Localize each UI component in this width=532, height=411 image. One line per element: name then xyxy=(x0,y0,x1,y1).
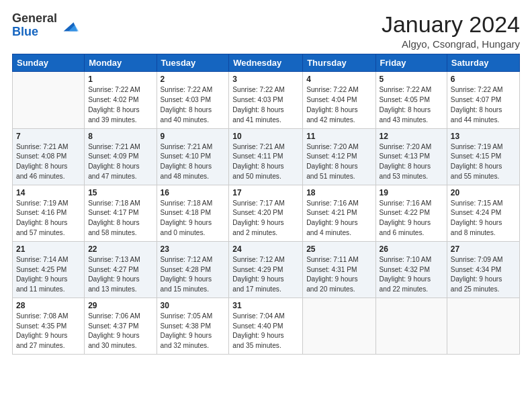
day-number: 9 xyxy=(161,132,226,141)
day-number: 14 xyxy=(16,188,81,197)
calendar-cell-w5-d2: 30Sunrise: 7:05 AMSunset: 4:38 PMDayligh… xyxy=(157,298,229,354)
day-info: Sunrise: 7:20 AMSunset: 4:12 PMDaylight:… xyxy=(306,142,371,182)
calendar-cell-w4-d1: 22Sunrise: 7:13 AMSunset: 4:27 PMDayligh… xyxy=(85,241,157,298)
calendar-cell-w2-d2: 9Sunrise: 7:21 AMSunset: 4:10 PMDaylight… xyxy=(157,128,229,185)
day-number: 19 xyxy=(380,188,443,197)
day-number: 2 xyxy=(161,75,226,84)
day-number: 13 xyxy=(451,132,516,141)
calendar-cell-w5-d6 xyxy=(447,298,519,354)
day-number: 27 xyxy=(451,244,516,254)
month-year-title: January 2024 xyxy=(382,12,520,37)
calendar-cell-w2-d5: 12Sunrise: 7:20 AMSunset: 4:13 PMDayligh… xyxy=(375,128,447,185)
calendar-cell-w3-d4: 18Sunrise: 7:16 AMSunset: 4:21 PMDayligh… xyxy=(303,185,375,241)
day-number: 11 xyxy=(306,132,371,141)
day-info: Sunrise: 7:21 AMSunset: 4:10 PMDaylight:… xyxy=(161,142,226,182)
day-number: 4 xyxy=(306,75,371,84)
day-number: 6 xyxy=(451,75,516,84)
day-number: 31 xyxy=(232,301,299,310)
calendar-cell-w1-d3: 3Sunrise: 7:22 AMSunset: 4:03 PMDaylight… xyxy=(229,72,303,128)
week-row-2: 7Sunrise: 7:21 AMSunset: 4:08 PMDaylight… xyxy=(13,128,520,185)
day-info: Sunrise: 7:11 AMSunset: 4:31 PMDaylight:… xyxy=(306,255,371,295)
day-info: Sunrise: 7:09 AMSunset: 4:34 PMDaylight:… xyxy=(451,255,516,295)
week-row-3: 14Sunrise: 7:19 AMSunset: 4:16 PMDayligh… xyxy=(13,185,520,241)
day-info: Sunrise: 7:21 AMSunset: 4:08 PMDaylight:… xyxy=(16,142,81,182)
day-info: Sunrise: 7:15 AMSunset: 4:24 PMDaylight:… xyxy=(451,199,516,238)
day-info: Sunrise: 7:14 AMSunset: 4:25 PMDaylight:… xyxy=(16,255,81,295)
day-info: Sunrise: 7:18 AMSunset: 4:18 PMDaylight:… xyxy=(161,199,226,238)
logo-general: General xyxy=(12,12,57,26)
calendar-cell-w4-d3: 24Sunrise: 7:12 AMSunset: 4:29 PMDayligh… xyxy=(229,241,303,298)
calendar-cell-w1-d5: 5Sunrise: 7:22 AMSunset: 4:05 PMDaylight… xyxy=(375,72,447,128)
day-info: Sunrise: 7:13 AMSunset: 4:27 PMDaylight:… xyxy=(88,255,152,295)
location-subtitle: Algyo, Csongrad, Hungary xyxy=(382,38,520,50)
calendar-cell-w1-d6: 6Sunrise: 7:22 AMSunset: 4:07 PMDaylight… xyxy=(447,72,519,128)
calendar-cell-w4-d5: 26Sunrise: 7:10 AMSunset: 4:32 PMDayligh… xyxy=(375,241,447,298)
header-friday: Friday xyxy=(375,54,447,72)
day-info: Sunrise: 7:16 AMSunset: 4:21 PMDaylight:… xyxy=(306,199,371,238)
day-info: Sunrise: 7:22 AMSunset: 4:04 PMDaylight:… xyxy=(306,85,371,125)
calendar-cell-w2-d6: 13Sunrise: 7:19 AMSunset: 4:15 PMDayligh… xyxy=(447,128,519,185)
day-number: 26 xyxy=(380,244,443,254)
day-number: 5 xyxy=(380,75,443,84)
day-info: Sunrise: 7:10 AMSunset: 4:32 PMDaylight:… xyxy=(380,255,443,295)
title-block: January 2024 Algyo, Csongrad, Hungary xyxy=(382,12,520,50)
day-number: 3 xyxy=(232,75,299,84)
day-info: Sunrise: 7:20 AMSunset: 4:13 PMDaylight:… xyxy=(380,142,443,182)
header-thursday: Thursday xyxy=(303,54,375,72)
weekday-header-row: Sunday Monday Tuesday Wednesday Thursday… xyxy=(13,54,520,72)
calendar-cell-w1-d0 xyxy=(13,72,85,128)
day-number: 17 xyxy=(232,188,299,197)
calendar-cell-w3-d5: 19Sunrise: 7:16 AMSunset: 4:22 PMDayligh… xyxy=(375,185,447,241)
day-number: 18 xyxy=(306,188,371,197)
day-info: Sunrise: 7:19 AMSunset: 4:15 PMDaylight:… xyxy=(451,142,516,182)
calendar-cell-w4-d0: 21Sunrise: 7:14 AMSunset: 4:25 PMDayligh… xyxy=(13,241,85,298)
logo-blue: Blue xyxy=(12,26,57,39)
day-info: Sunrise: 7:16 AMSunset: 4:22 PMDaylight:… xyxy=(380,199,443,238)
logo: General Blue xyxy=(12,12,79,39)
calendar-cell-w1-d1: 1Sunrise: 7:22 AMSunset: 4:02 PMDaylight… xyxy=(85,72,157,128)
calendar-cell-w3-d1: 15Sunrise: 7:18 AMSunset: 4:17 PMDayligh… xyxy=(85,185,157,241)
header: General Blue January 2024 Algyo, Csongra… xyxy=(12,12,520,50)
day-info: Sunrise: 7:19 AMSunset: 4:16 PMDaylight:… xyxy=(16,199,81,238)
calendar-cell-w2-d4: 11Sunrise: 7:20 AMSunset: 4:12 PMDayligh… xyxy=(303,128,375,185)
day-info: Sunrise: 7:12 AMSunset: 4:28 PMDaylight:… xyxy=(161,255,226,295)
calendar-cell-w5-d3: 31Sunrise: 7:04 AMSunset: 4:40 PMDayligh… xyxy=(229,298,303,354)
day-info: Sunrise: 7:22 AMSunset: 4:03 PMDaylight:… xyxy=(161,85,226,125)
day-number: 22 xyxy=(88,244,152,254)
day-number: 10 xyxy=(232,132,299,141)
calendar-cell-w2-d3: 10Sunrise: 7:21 AMSunset: 4:11 PMDayligh… xyxy=(229,128,303,185)
calendar-cell-w5-d5 xyxy=(375,298,447,354)
day-info: Sunrise: 7:22 AMSunset: 4:05 PMDaylight:… xyxy=(380,85,443,125)
day-number: 8 xyxy=(88,132,152,141)
day-info: Sunrise: 7:08 AMSunset: 4:35 PMDaylight:… xyxy=(16,312,81,351)
week-row-5: 28Sunrise: 7:08 AMSunset: 4:35 PMDayligh… xyxy=(13,298,520,354)
calendar-cell-w3-d2: 16Sunrise: 7:18 AMSunset: 4:18 PMDayligh… xyxy=(157,185,229,241)
day-info: Sunrise: 7:22 AMSunset: 4:03 PMDaylight:… xyxy=(232,85,299,125)
calendar-cell-w3-d0: 14Sunrise: 7:19 AMSunset: 4:16 PMDayligh… xyxy=(13,185,85,241)
day-number: 12 xyxy=(380,132,443,141)
week-row-4: 21Sunrise: 7:14 AMSunset: 4:25 PMDayligh… xyxy=(13,241,520,298)
day-number: 1 xyxy=(88,75,152,84)
header-sunday: Sunday xyxy=(13,54,85,72)
calendar-cell-w4-d2: 23Sunrise: 7:12 AMSunset: 4:28 PMDayligh… xyxy=(157,241,229,298)
day-number: 29 xyxy=(88,301,152,310)
calendar-cell-w5-d0: 28Sunrise: 7:08 AMSunset: 4:35 PMDayligh… xyxy=(13,298,85,354)
day-info: Sunrise: 7:06 AMSunset: 4:37 PMDaylight:… xyxy=(88,312,152,351)
week-row-1: 1Sunrise: 7:22 AMSunset: 4:02 PMDaylight… xyxy=(13,72,520,128)
day-info: Sunrise: 7:17 AMSunset: 4:20 PMDaylight:… xyxy=(232,199,299,238)
logo-icon xyxy=(60,16,79,35)
calendar-cell-w5-d4 xyxy=(303,298,375,354)
calendar-cell-w3-d6: 20Sunrise: 7:15 AMSunset: 4:24 PMDayligh… xyxy=(447,185,519,241)
day-number: 20 xyxy=(451,188,516,197)
calendar-cell-w2-d1: 8Sunrise: 7:21 AMSunset: 4:09 PMDaylight… xyxy=(85,128,157,185)
calendar-table: Sunday Monday Tuesday Wednesday Thursday… xyxy=(12,54,520,355)
day-info: Sunrise: 7:21 AMSunset: 4:11 PMDaylight:… xyxy=(232,142,299,182)
day-info: Sunrise: 7:04 AMSunset: 4:40 PMDaylight:… xyxy=(232,312,299,351)
day-number: 28 xyxy=(16,301,81,310)
day-number: 24 xyxy=(232,244,299,254)
calendar-cell-w3-d3: 17Sunrise: 7:17 AMSunset: 4:20 PMDayligh… xyxy=(229,185,303,241)
calendar-cell-w4-d4: 25Sunrise: 7:11 AMSunset: 4:31 PMDayligh… xyxy=(303,241,375,298)
header-wednesday: Wednesday xyxy=(229,54,303,72)
header-tuesday: Tuesday xyxy=(157,54,229,72)
day-info: Sunrise: 7:05 AMSunset: 4:38 PMDaylight:… xyxy=(161,312,226,351)
